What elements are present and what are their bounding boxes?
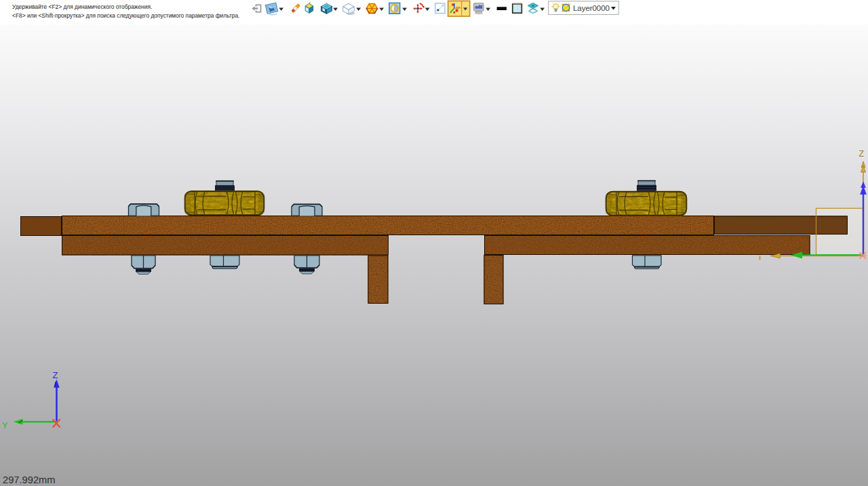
svg-text:Y: Y — [2, 420, 8, 430]
svg-text:Z: Z — [859, 149, 865, 159]
svg-text:Z: Z — [53, 370, 58, 380]
svg-text:Layer0000: Layer0000 — [573, 3, 610, 12]
